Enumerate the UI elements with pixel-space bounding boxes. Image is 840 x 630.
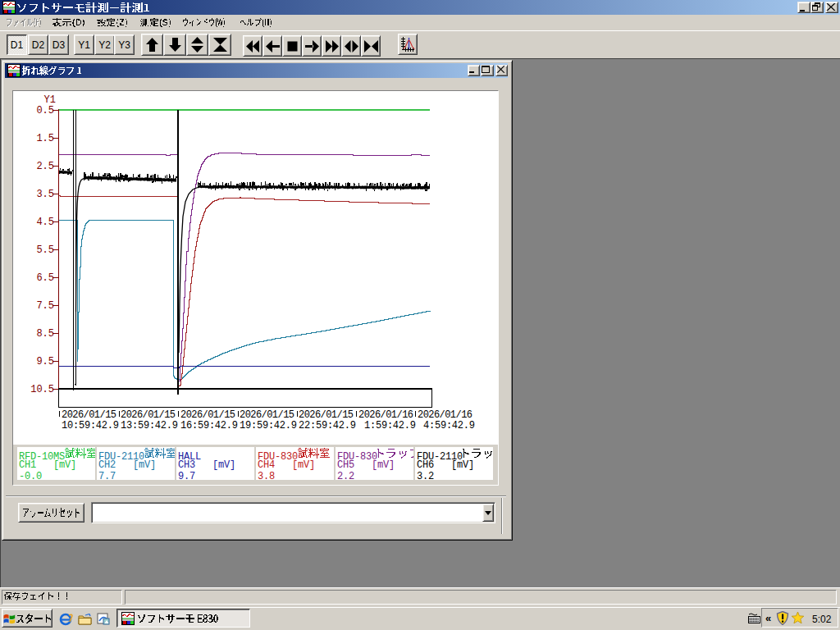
svg-text:9.5: 9.5 — [36, 356, 54, 368]
svg-text:1:59:42.9: 1:59:42.9 — [358, 420, 416, 431]
svg-text:2026/01/15: 2026/01/15 — [180, 409, 235, 421]
svg-text:0.5: 0.5 — [36, 105, 54, 116]
svg-text:10.5: 10.5 — [30, 384, 54, 395]
svg-text:19:59:42.9: 19:59:42.9 — [240, 420, 297, 431]
svg-text:2026/01/16: 2026/01/16 — [418, 409, 472, 421]
svg-text:4.5: 4.5 — [36, 217, 54, 228]
svg-text:2026/01/15: 2026/01/15 — [240, 409, 294, 421]
svg-text:Y1: Y1 — [44, 94, 56, 106]
svg-text:16:59:42.9: 16:59:42.9 — [180, 420, 238, 431]
svg-text:10:59:42.9: 10:59:42.9 — [62, 420, 119, 431]
svg-text:7.5: 7.5 — [36, 300, 54, 312]
svg-text:22:59:42.9: 22:59:42.9 — [299, 420, 356, 431]
svg-text:2026/01/15: 2026/01/15 — [121, 409, 176, 421]
svg-text:8.5: 8.5 — [36, 328, 54, 340]
svg-text:5.5: 5.5 — [36, 244, 54, 256]
svg-text:2026/01/15: 2026/01/15 — [62, 409, 116, 421]
svg-text:3.5: 3.5 — [36, 189, 54, 200]
svg-text:2.5: 2.5 — [36, 161, 54, 172]
svg-text:2026/01/15: 2026/01/15 — [299, 409, 354, 421]
svg-text:6.5: 6.5 — [36, 272, 54, 284]
svg-text:4:59:42.9: 4:59:42.9 — [418, 420, 475, 431]
svg-text:13:59:42.9: 13:59:42.9 — [121, 420, 178, 431]
svg-text:1.5: 1.5 — [36, 133, 54, 144]
svg-text:2026/01/16: 2026/01/16 — [358, 409, 413, 421]
